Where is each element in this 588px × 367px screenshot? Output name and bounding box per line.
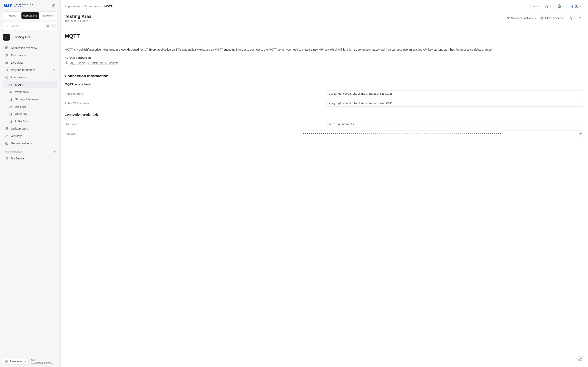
svg-point-26 [6,77,6,78]
gear-icon [5,142,9,145]
tab-home[interactable]: Home [4,12,21,19]
nav-label: Integrations [11,76,26,79]
webhook-icon [9,90,13,94]
nav-device-item[interactable]: My Device [3,155,58,162]
book-icon [65,61,68,65]
breadcrumb: Applications › Testing Area › MQTT [65,5,112,8]
resources-button[interactable]: Resources [3,358,29,365]
nav-label: Live data [11,61,23,64]
chevron-right-icon: › [102,5,103,8]
nav-end-devices[interactable]: End devices [3,52,58,59]
inbox-button[interactable] [555,3,566,10]
back-button[interactable] [3,34,10,41]
star-icon [569,17,572,20]
add-button[interactable] [530,3,541,10]
chevron-up-icon [53,76,56,79]
broadcast-icon [507,17,510,20]
username-value[interactable]: testing-area@tti [327,121,584,127]
brand-logo[interactable]: THE THINGS STACK CLOUD [4,3,34,8]
svg-rect-70 [580,359,582,361]
search-icon [5,25,9,28]
brand-name: THE THINGS STACK [14,4,34,6]
nav-label: Application overview [11,46,37,50]
nav-azure[interactable]: Azure IoT [3,110,58,118]
device-count[interactable]: 1 End devices [540,17,563,20]
svg-point-69 [580,133,581,134]
add-device-button[interactable]: + [54,150,56,154]
nav-mqtt[interactable]: MQTT [3,81,58,88]
nav-label: Storage Integration [15,98,39,101]
nav-payload[interactable]: Payload formatters [3,66,58,74]
nav-collaborators[interactable]: Collaborators [3,125,58,132]
star-dropdown-button[interactable] [543,3,554,10]
section-label: Top end devices [5,150,23,153]
chevron-down-icon [549,5,552,8]
menu-icon [579,17,582,20]
menu-button[interactable] [576,15,584,21]
nav-aws[interactable]: AWS IoT [3,103,58,110]
chevron-down-icon [24,360,26,363]
svg-point-27 [7,78,8,79]
host-heading: MQTT server host [65,82,584,86]
nav-webhooks[interactable]: Webhooks [3,88,58,96]
crumb-applications[interactable]: Applications [65,5,80,8]
password-value[interactable]: ••••••••••••••••••••••••••••••••••••••••… [301,130,577,137]
svg-point-30 [10,91,11,92]
nav-integrations[interactable]: Integrations [3,74,58,81]
logo-mark-icon [4,3,12,8]
public-address-value[interactable]: staging1.cloud.thethings.industries:1883 [327,90,584,97]
chip-icon [540,17,544,20]
chevron-down-icon [536,5,539,8]
svg-rect-52 [572,6,573,8]
key-icon [5,134,9,138]
svg-rect-13 [6,54,8,56]
puzzle-icon [9,119,13,123]
svg-point-34 [6,143,7,144]
tab-applications[interactable]: Applications [21,12,39,19]
chip-icon [5,157,9,160]
puzzle-icon [9,98,13,101]
resources-label: Resources [9,360,22,363]
nav-label: API keys [11,134,22,138]
chevron-down-icon [579,5,582,8]
username-label: Username [65,123,322,126]
svg-rect-12 [7,48,8,49]
tab-gateways[interactable]: Gateways [39,12,57,19]
info-icon [5,360,8,363]
svg-rect-51 [572,6,572,8]
expand-panel-button[interactable] [577,356,584,363]
reveal-password-button[interactable] [577,130,584,137]
nav-overview[interactable]: Application overview [3,44,58,52]
sidebar-collapse-button[interactable] [51,3,57,8]
warning-dot [535,17,536,19]
star-button[interactable] [567,15,575,21]
user-icon [575,4,579,8]
user-menu-button[interactable] [568,3,584,10]
puzzle-icon [9,105,13,108]
link-mqtt-official[interactable]: Official MQTT website [90,61,118,65]
nav-label: AWS IoT [15,105,26,108]
panel-bottom-icon [579,358,582,361]
nav-api-keys[interactable]: API keys [3,132,58,140]
nav-storage[interactable]: Storage Integration [3,96,58,103]
svg-rect-9 [6,47,7,48]
svg-point-54 [576,6,577,7]
nav-general[interactable]: General settings [3,140,58,147]
svg-rect-2 [7,4,9,7]
svg-rect-4 [53,4,55,7]
crumb-testing-area[interactable]: Testing Area [84,5,100,8]
list-icon [5,61,9,64]
link-mqtt-server[interactable]: MQTT server [70,61,86,65]
nav-live-data[interactable]: Live data [3,59,58,66]
svg-rect-11 [6,48,7,49]
svg-line-29 [6,76,7,77]
inbox-icon [558,5,561,8]
share-icon [5,75,9,79]
nav-label: LoRa Cloud [15,120,30,123]
nav-lora[interactable]: LoRa Cloud [3,118,58,125]
further-resources-heading: Further resources [65,56,584,59]
tls-address-value[interactable]: staging1.cloud.thethings.industries:8883 [327,100,584,107]
brand-sub: CLOUD [14,6,34,8]
context-title: Testing Area [15,35,31,39]
region-label: eu1 · v3.32.0.b96e907c31 [31,359,58,364]
